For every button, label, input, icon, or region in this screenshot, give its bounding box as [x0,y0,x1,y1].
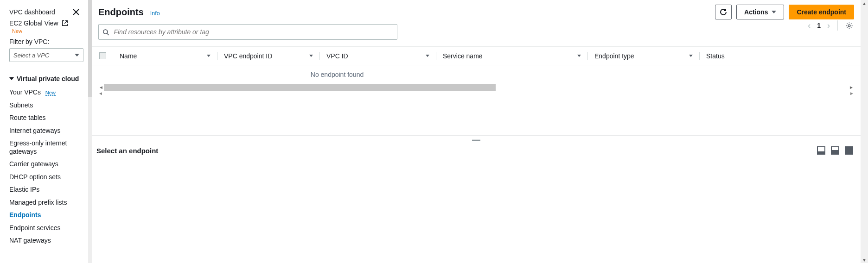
pager: ‹ 1 › [808,20,853,31]
search-box[interactable] [98,24,397,40]
sidebar-item-label: Managed prefix lists [9,199,67,206]
sidebar-item-nat-gateways[interactable]: NAT gateways [9,234,80,247]
filter-icon[interactable] [207,55,211,57]
svg-line-3 [107,33,109,35]
sidebar-item-label: Route tables [9,114,46,121]
endpoints-table: Name VPC endpoint ID VPC ID Service name [92,46,861,84]
main-panel: Endpoints Info Actions Create endpoint [92,0,861,263]
sidebar-item-subnets[interactable]: Subnets [9,99,80,112]
sidebar-global-view-link[interactable]: EC2 Global View [9,19,58,27]
scroll-left-icon[interactable]: ◄ [98,84,104,91]
col-status[interactable]: Status [706,52,725,60]
sidebar-item-label: Carrier gateways [9,160,58,168]
secondary-scrollbar[interactable]: ◄ ► [98,91,854,96]
panel-layout-bottom-button[interactable] [817,146,825,155]
sidebar-item-label: Endpoint services [9,224,61,232]
info-link[interactable]: Info [150,10,160,17]
create-endpoint-label: Create endpoint [797,8,846,16]
detail-toolbar: Select an endpoint [92,144,861,157]
sidebar-item-label: NAT gateways [9,237,51,244]
vpc-select-placeholder: Select a VPC [13,52,49,59]
refresh-icon [720,8,727,16]
gear-icon [845,22,853,30]
actions-button-label: Actions [744,8,768,16]
settings-button[interactable] [845,22,853,30]
horizontal-scrollbar[interactable]: ◄ ► [98,84,854,91]
empty-state: No endpoint found [92,65,861,84]
sidebar-item-elastic-ips[interactable]: Elastic IPs [9,183,80,196]
sidebar-item-label: Elastic IPs [9,186,39,193]
create-endpoint-button[interactable]: Create endpoint [789,5,854,19]
sidebar-dashboard-link[interactable]: VPC dashboard [9,8,55,16]
sidebar-item-label: Subnets [9,101,33,109]
filter-icon[interactable] [309,55,313,57]
sidebar-item-internet-gateways[interactable]: Internet gateways [9,125,80,138]
col-name[interactable]: Name [120,52,137,60]
scroll-left-icon[interactable]: ◄ [98,91,103,96]
search-icon [102,29,109,36]
filter-icon[interactable] [426,55,429,57]
svg-point-2 [103,30,108,34]
sidebar-item-label: Endpoints [9,211,41,219]
split-handle[interactable] [92,136,861,144]
col-vpc-id[interactable]: VPC ID [326,52,348,60]
sidebar-item-dhcp-option-sets[interactable]: DHCP option sets [9,171,80,184]
pager-page: 1 [817,22,821,29]
nav-section-vpc-label: Virtual private cloud [17,75,79,82]
sidebar-item-label: Internet gateways [9,127,61,134]
disclosure-triangle-icon [9,77,14,80]
sidebar-item-label: Egress-only internet gateways [9,139,67,155]
vpc-select[interactable]: Select a VPC [9,48,83,62]
table-header-row: Name VPC endpoint ID VPC ID Service name [92,47,861,65]
caret-down-icon [772,11,776,13]
scroll-right-icon[interactable]: ► [849,84,854,91]
scroll-up-icon[interactable]: ▲ [861,0,868,6]
panel-layout-full-button[interactable] [845,146,853,155]
filter-icon[interactable] [577,55,581,57]
detail-body [92,157,861,263]
external-link-icon [62,20,68,26]
pager-next[interactable]: › [827,21,830,31]
sidebar: VPC dashboard EC2 Global View New Filter… [0,0,88,263]
sidebar-item-route-tables[interactable]: Route tables [9,112,80,125]
col-vpc-endpoint-id[interactable]: VPC endpoint ID [224,52,272,60]
sidebar-item-managed-prefix-lists[interactable]: Managed prefix lists [9,196,80,209]
detail-empty-title: Select an endpoint [96,147,158,155]
sidebar-item-your-vpcs[interactable]: Your VPCs New [9,86,80,99]
sidebar-item-carrier-gateways[interactable]: Carrier gateways [9,158,80,171]
scrollbar-thumb[interactable] [104,84,496,91]
select-all-checkbox[interactable] [99,52,106,59]
actions-button[interactable]: Actions [736,5,784,19]
pager-prev[interactable]: ‹ [808,21,811,31]
sidebar-item-egress-only-internet-gateways[interactable]: Egress-only internet gateways [9,137,80,158]
scroll-down-icon[interactable]: ▼ [861,257,868,263]
nav-section-vpc[interactable]: Virtual private cloud [9,75,80,82]
search-input[interactable] [113,28,393,36]
sidebar-item-label: Your VPCs [9,88,41,96]
vertical-scrollbar[interactable]: ▲ ▼ [861,0,868,263]
col-service-name[interactable]: Service name [443,52,483,60]
sidebar-item-endpoint-services[interactable]: Endpoint services [9,222,80,235]
divider [837,20,838,31]
page-title: Endpoints [98,7,144,18]
panel-layout-half-button[interactable] [831,146,839,155]
filter-icon[interactable] [689,55,693,57]
filter-by-vpc-label: Filter by VPC: [9,38,80,45]
sidebar-item-label: DHCP option sets [9,173,61,181]
close-icon[interactable] [72,8,80,16]
new-badge: New [12,28,22,34]
sidebar-item-endpoints[interactable]: Endpoints [9,209,80,222]
new-badge: New [45,90,56,96]
caret-down-icon [75,54,79,56]
col-endpoint-type[interactable]: Endpoint type [594,52,634,60]
sidebar-resizer[interactable] [88,0,92,263]
svg-point-4 [848,25,850,27]
refresh-button[interactable] [715,5,732,19]
scroll-right-icon[interactable]: ► [849,91,854,96]
scrollbar-thumb[interactable] [88,0,92,97]
